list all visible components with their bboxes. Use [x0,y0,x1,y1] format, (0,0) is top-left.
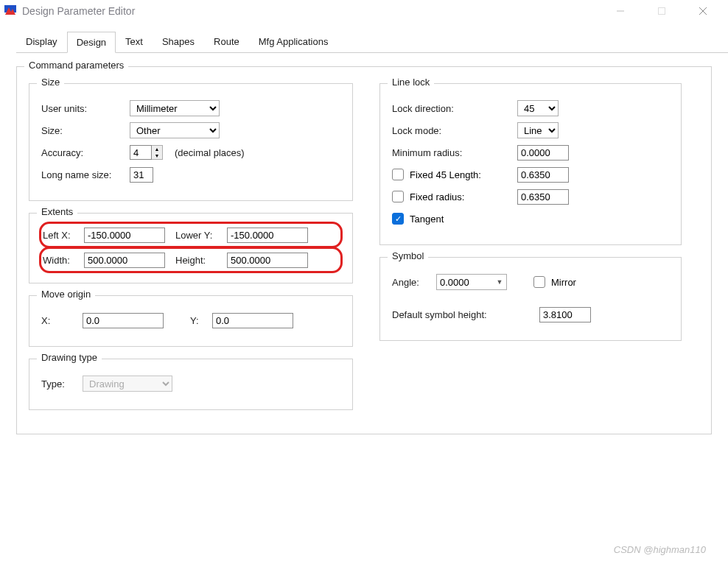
spinner-up-icon[interactable]: ▲ [152,146,162,152]
lower-y-label: Lower Y: [175,230,227,241]
checkbox-icon [392,169,404,180]
window-title: Design Parameter Editor [22,5,607,17]
checkbox-icon [392,191,404,202]
spinner-down-icon[interactable]: ▼ [152,152,162,159]
command-parameters-group: Command parameters Size User units: Mill… [16,66,712,434]
lock-mode-label: Lock mode: [392,125,517,136]
left-x-input[interactable] [84,228,165,243]
lower-y-input[interactable] [227,228,308,243]
command-parameters-legend: Command parameters [24,60,128,71]
maximize-button[interactable] [648,1,675,21]
move-y-label: Y: [190,315,212,326]
chevron-down-icon[interactable]: ▼ [493,278,506,286]
accuracy-input[interactable] [130,145,152,160]
close-button[interactable] [690,1,716,21]
tangent-checkbox[interactable]: ✓ Tangent [392,213,444,225]
accuracy-label: Accuracy: [41,147,130,158]
line-lock-group: Line lock Lock direction: 45 Lock mode: … [379,83,682,245]
drawing-type-group: Drawing type Type: Drawing [29,359,353,410]
mirror-checkbox[interactable]: Mirror [533,276,576,288]
tab-text[interactable]: Text [116,31,153,52]
minimum-radius-input[interactable] [517,145,569,161]
move-y-input[interactable] [212,313,293,328]
window-controls [607,1,716,21]
move-x-label: X: [41,315,83,326]
lock-direction-label: Lock direction: [392,103,517,114]
accuracy-hint: (decimal places) [175,147,245,158]
extents-highlight-1: Left X: Lower Y: [39,222,343,248]
size-select[interactable]: Other [130,122,220,138]
fixed-45-checkbox[interactable]: Fixed 45 Length: [392,169,517,180]
long-name-size-input[interactable] [130,167,153,183]
angle-label: Angle: [392,277,436,288]
angle-combo[interactable]: ▼ [436,274,507,290]
type-select: Drawing [83,376,172,392]
size-label: Size: [41,125,130,136]
symbol-legend: Symbol [388,250,428,261]
tab-shapes[interactable]: Shapes [153,31,204,52]
long-name-size-label: Long name size: [41,169,130,180]
default-symbol-height-label: Default symbol height: [392,309,539,320]
left-x-label: Left X: [43,230,84,241]
fixed-radius-label: Fixed radius: [410,191,464,202]
fixed-45-label: Fixed 45 Length: [410,169,481,180]
mirror-label: Mirror [551,277,576,288]
extents-highlight-2: Width: Height: [39,247,343,273]
window-titlebar: Design Parameter Editor [0,0,728,22]
fixed-45-input[interactable] [517,167,569,183]
angle-input[interactable] [437,275,493,289]
size-group: Size User units: Millimeter Size: Other … [29,83,353,201]
checkbox-checked-icon: ✓ [392,213,404,225]
symbol-group: Symbol Angle: ▼ Mirror Default sy [379,257,682,341]
lock-mode-select[interactable]: Line [517,122,559,138]
minimize-button[interactable] [607,1,634,21]
watermark: CSDN @highman110 [614,544,706,555]
tangent-label: Tangent [410,214,444,225]
size-legend: Size [37,77,64,88]
extents-legend: Extents [37,206,77,217]
svg-rect-1 [4,15,16,17]
fixed-radius-input[interactable] [517,189,569,205]
lock-direction-select[interactable]: 45 [517,100,559,116]
user-units-select[interactable]: Millimeter [130,100,220,116]
app-icon [4,5,16,17]
tab-bar: Display Design Text Shapes Route Mfg App… [16,31,728,53]
tab-display[interactable]: Display [16,31,67,52]
drawing-type-legend: Drawing type [37,352,102,363]
checkbox-icon [533,276,545,288]
width-label: Width: [43,255,84,266]
line-lock-legend: Line lock [388,77,434,88]
user-units-label: User units: [41,103,130,114]
move-origin-legend: Move origin [37,289,95,300]
svg-rect-3 [659,8,665,15]
fixed-radius-checkbox[interactable]: Fixed radius: [392,191,517,202]
width-input[interactable] [84,253,165,268]
tab-mfg-applications[interactable]: Mfg Applications [249,31,338,52]
height-input[interactable] [227,253,308,268]
tab-design[interactable]: Design [67,32,116,53]
height-label: Height: [175,255,227,266]
extents-group: Extents Left X: Lower Y: Width: [29,213,353,283]
move-x-input[interactable] [83,313,164,328]
move-origin-group: Move origin X: Y: [29,295,353,347]
minimum-radius-label: Minimum radius: [392,147,517,158]
tab-route[interactable]: Route [204,31,249,52]
accuracy-spinner[interactable]: ▲▼ [130,145,163,160]
default-symbol-height-input[interactable] [539,307,591,322]
type-label: Type: [41,378,83,389]
